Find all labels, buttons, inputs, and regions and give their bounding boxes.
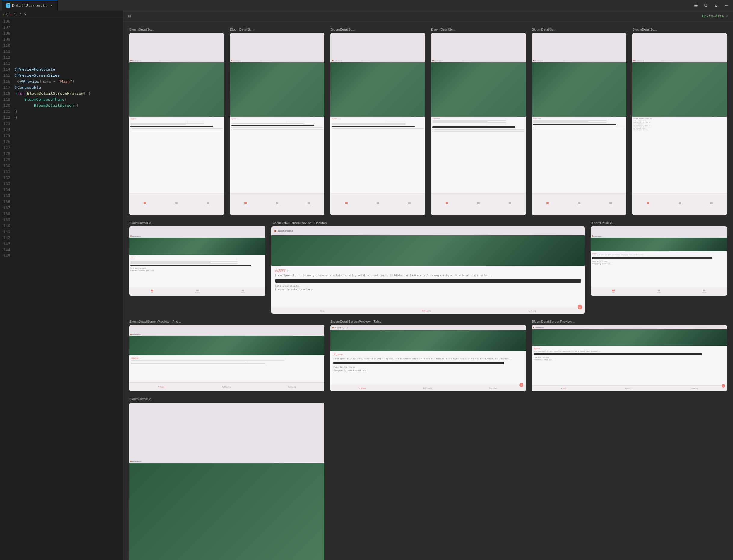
preview-card-5-thumb: BloomCompose Agave In stock ✓ [532, 33, 627, 215]
preview-card-desktop[interactable]: BloomDetailScreenPreview - Desktop Bloom… [272, 221, 585, 314]
faq-label: Frequently asked questions [334, 369, 522, 372]
preview-card-row2-left[interactable]: BloomDetailSc... BloomCompose Agave ✓— [129, 221, 266, 314]
line-content[interactable]: @Preview(name = "Main") [20, 79, 123, 84]
preview-card-row3-right-label: BloomDetailScreenPreview... [532, 320, 727, 323]
preview-card-1[interactable]: BloomDetailSc... BloomCompose Agave ✓— [129, 28, 224, 215]
line-content[interactable]: @PreviewScreenSizes [15, 73, 123, 78]
code-line-113: 113 [0, 60, 123, 66]
gear-button[interactable]: ⚙ [712, 1, 720, 10]
preview-card-desktop-thumb: BloomCompose Agave ✓— Lorem ipsum dolor … [272, 226, 585, 314]
preview-card-4[interactable]: BloomDetailSc... BloomCompose Agave In s… [431, 28, 526, 215]
code-lines: 106107108109110111112113114@PreviewFontS… [0, 18, 123, 259]
preview-card-5[interactable]: BloomDetailSc... BloomCompose Agave In s… [532, 28, 627, 215]
code-line-106: 106 [0, 18, 123, 24]
preview-card-row2-right-thumb: BloomCompose Agave — Lorem ipsum dolor s… [591, 226, 727, 296]
line-number: 106 [0, 19, 15, 23]
preview-card-row4-left-thumb: BloomCompose Agave Home MyPlants S [129, 403, 325, 560]
line-content[interactable]: } [15, 109, 123, 114]
line-content[interactable]: fun BloomDetailScreenPreview(){ [18, 91, 123, 96]
preview-card-row2-right[interactable]: BloomDetailSc... BloomCompose Agave — [591, 221, 727, 314]
nav-down-button[interactable]: ∨ [23, 12, 27, 16]
line-number: 108 [0, 31, 15, 35]
preview-card-3-label: BloomDetailSc... [331, 28, 425, 31]
error-icon: ⚠ [10, 12, 12, 16]
preview-card-6[interactable]: BloomDetailSc... BloomCompose Lorem ipsu… [632, 28, 727, 215]
code-line-145: 145 [0, 253, 123, 259]
care-instructions-label: Care instructions [334, 366, 522, 368]
line-action-icon[interactable]: ⇧ [16, 91, 18, 95]
code-line-126: 126 [0, 138, 123, 144]
preview-card-row3-right-thumb: BloomCompose Agave — Lorem ipsum dolor s… [532, 325, 727, 391]
code-line-107: 107 [0, 24, 123, 30]
settings-gear-icon[interactable]: ⚙ [16, 79, 20, 83]
up-to-date-status: Up-to-date ✓ [702, 14, 728, 18]
preview-panel: ⊞ Up-to-date ✓ BloomDetailSc... [123, 11, 733, 560]
hamburger-button[interactable]: ☰ [691, 1, 700, 10]
preview-card-tablet[interactable]: BloomDetailScreenPreview - Tablet BloomC… [331, 320, 525, 391]
line-number: 127 [0, 145, 15, 150]
code-line-114: 114@PreviewFontScale [0, 66, 123, 72]
preview-card-row4-left[interactable]: BloomDetailSc... BloomCompose Agave [129, 397, 325, 560]
tab-close-button[interactable]: × [49, 3, 54, 8]
code-line-141: 141 [0, 229, 123, 235]
line-content[interactable]: BloomComposeTheme{ [15, 97, 123, 102]
error-count: 1 [14, 12, 16, 16]
code-line-130: 130 [0, 162, 123, 168]
code-panel: ⚠ 6 ⚠ 1 ∧ ∨ 106107108109110111112113114@… [0, 11, 123, 560]
preview-card-4-thumb: BloomCompose Agave In stock [431, 33, 526, 215]
tab-bar: K DetailScreen.kt × ☰ ⧉ ⚙ ⋯ [0, 0, 733, 11]
preview-row-4: BloomDetailSc... BloomCompose Agave [123, 397, 733, 560]
line-content[interactable]: @PreviewFontScale [15, 67, 123, 72]
line-content[interactable]: } [15, 115, 123, 120]
line-number: 116 [0, 79, 15, 84]
code-line-129: 129 [0, 156, 123, 162]
preview-card-row2-left-thumb: BloomCompose Agave ✓— [129, 226, 266, 296]
code-line-110: 110 [0, 42, 123, 48]
preview-card-6-label: BloomDetailSc... [632, 28, 727, 31]
preview-card-5-label: BloomDetailSc... [532, 28, 627, 31]
preview-grid-icon[interactable]: ⊞ [128, 13, 131, 19]
code-line-128: 128 [0, 150, 123, 156]
line-number: 144 [0, 248, 15, 252]
preview-card-3[interactable]: BloomDetailSc... BloomCompose Agave revi… [331, 28, 425, 215]
code-line-131: 131 [0, 168, 123, 174]
code-line-112: 112 [0, 54, 123, 60]
line-number: 118 [0, 91, 15, 96]
line-number: 145 [0, 254, 15, 258]
line-number: 131 [0, 169, 15, 174]
preview-card-row3-right[interactable]: BloomDetailScreenPreview... BloomCompose… [532, 320, 727, 391]
line-content[interactable]: BloomDetailScreen() [15, 103, 123, 108]
line-number: 137 [0, 205, 15, 210]
code-line-121: 121 } [0, 108, 123, 114]
line-number: 121 [0, 109, 15, 114]
code-line-144: 144 [0, 247, 123, 253]
more-button[interactable]: ⋯ [722, 1, 731, 10]
line-number: 119 [0, 97, 15, 102]
line-number: 134 [0, 187, 15, 192]
line-content[interactable]: @Composable [15, 85, 123, 90]
code-line-127: 127 [0, 144, 123, 150]
code-line-109: 109 [0, 36, 123, 42]
line-number: 140 [0, 223, 15, 228]
preview-card-2[interactable]: BloomDetailSc... BloomCompose Agave ✓— [230, 28, 325, 215]
nav-arrows: ∧ ∨ [19, 12, 27, 16]
preview-toolbar-right: Up-to-date ✓ [702, 14, 728, 18]
file-tab[interactable]: K DetailScreen.kt × [2, 0, 58, 11]
preview-card-row4-left-label: BloomDetailSc... [129, 397, 325, 401]
code-line-116: 116⚙@Preview(name = "Main") [0, 78, 123, 84]
preview-card-1-label: BloomDetailSc... [129, 28, 224, 31]
code-line-138: 138 [0, 211, 123, 217]
preview-row-2: BloomDetailSc... BloomCompose Agave ✓— [123, 221, 733, 320]
preview-card-6-thumb: BloomCompose Lorem ipsum dolor sit amet,… [632, 33, 727, 215]
line-number: 133 [0, 181, 15, 186]
line-number: 141 [0, 229, 15, 234]
preview-card-4-label: BloomDetailSc... [431, 28, 526, 31]
preview-card-row2-right-label: BloomDetailSc... [591, 221, 727, 225]
tab-toolbar: ☰ ⧉ ⚙ ⋯ [691, 1, 731, 10]
line-number: 111 [0, 49, 15, 54]
preview-card-2-label: BloomDetailSc... [230, 28, 325, 31]
split-view-button[interactable]: ⧉ [702, 1, 710, 10]
preview-card-row3-left[interactable]: BloomDetailScreenPreview - Pho... BloomC… [129, 320, 325, 391]
nav-up-button[interactable]: ∧ [19, 12, 23, 16]
preview-card-row2-left-label: BloomDetailSc... [129, 221, 266, 225]
